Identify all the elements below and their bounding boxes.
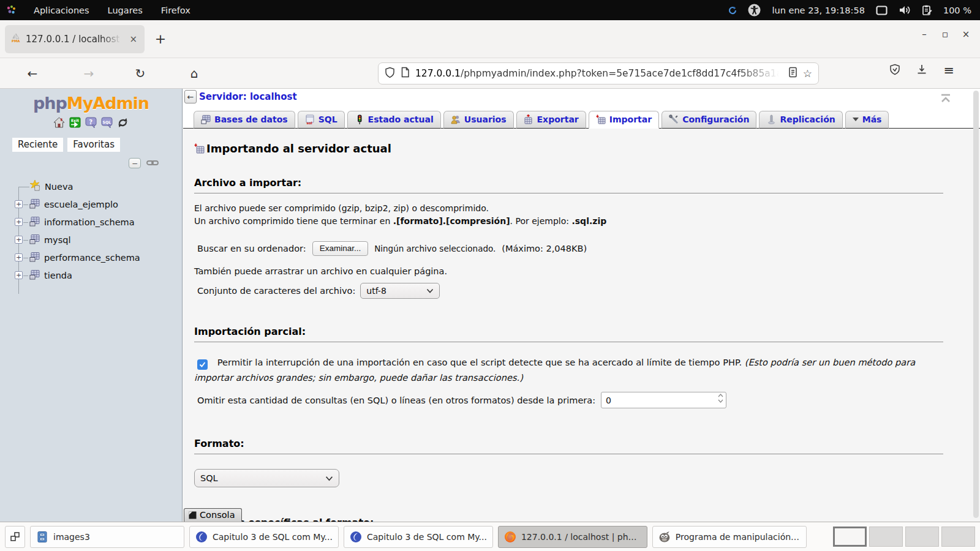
allow-interrupt-checkbox[interactable] — [197, 359, 208, 370]
vertical-scrollbar[interactable] — [973, 91, 979, 518]
tree-item-information-schema[interactable]: + information_schema — [0, 213, 182, 231]
display-icon[interactable] — [876, 6, 888, 15]
sidebar-tab-reciente[interactable]: Reciente — [12, 138, 63, 152]
menu-lugares[interactable]: Lugares — [107, 4, 144, 17]
menu-icon[interactable]: ≡ — [943, 63, 954, 78]
tab-exportar[interactable]: Exportar — [516, 111, 586, 129]
clock[interactable]: lun ene 23, 19:18:58 — [772, 6, 864, 15]
svg-text:Exit: Exit — [71, 118, 79, 122]
browser-nav-bar: ← → ↻ ⌂ 127.0.0.1/phpmyadmin/index.php?t… — [0, 58, 980, 89]
sql-help-icon[interactable]: SQL — [101, 117, 113, 131]
tab-close-icon[interactable]: × — [128, 34, 138, 45]
expand-icon[interactable]: + — [15, 271, 23, 279]
firefox-icon — [504, 531, 516, 543]
tab-replicacion[interactable]: Replicación — [759, 111, 842, 129]
shield-icon[interactable] — [385, 67, 395, 81]
tree-item-label: performance_schema — [44, 253, 140, 263]
new-tab-button[interactable]: + — [152, 31, 169, 47]
workspace-3[interactable] — [905, 527, 939, 547]
gimp-icon — [658, 531, 671, 543]
pma-tab-bar: Bases de datos sql SQL Estado actual Usu… — [194, 111, 889, 129]
collapse-all-button[interactable]: − — [129, 158, 141, 168]
spinner-up-icon[interactable] — [718, 394, 723, 397]
taskbar: images3 Capitulo 3 de SQL com My... Capi… — [0, 522, 980, 551]
scroll-to-top-button[interactable] — [940, 94, 952, 106]
svg-text:PMA: PMA — [12, 39, 20, 43]
tab-usuarios[interactable]: Usuarios — [443, 111, 514, 129]
tree-item-tienda[interactable]: + tienda — [0, 266, 182, 284]
forward-button[interactable]: → — [78, 63, 99, 84]
tab-bases-de-datos[interactable]: Bases de datos — [194, 111, 295, 129]
menu-firefox[interactable]: Firefox — [160, 4, 192, 17]
refresh-icon[interactable] — [117, 118, 129, 130]
window-maximize-button[interactable]: ▫ — [940, 29, 951, 40]
tree-item-label: tienda — [44, 271, 72, 280]
workspace-1[interactable] — [833, 527, 867, 547]
spinner-down-icon[interactable] — [718, 399, 723, 403]
expand-icon[interactable]: + — [15, 236, 23, 244]
taskbar-item-gimp[interactable]: Programa de manipulación ... — [652, 526, 807, 548]
skip-queries-input[interactable] — [601, 392, 726, 408]
page-info-icon[interactable] — [401, 67, 410, 80]
svg-text:?: ? — [89, 118, 92, 125]
back-button[interactable]: ← — [22, 63, 43, 84]
import-icon — [194, 143, 205, 154]
tab-importar[interactable]: Importar — [589, 111, 659, 129]
shield-check-icon[interactable] — [889, 64, 900, 78]
expand-icon[interactable]: + — [15, 253, 23, 261]
window-close-button[interactable]: × — [960, 29, 971, 40]
link-icon[interactable] — [146, 157, 159, 169]
workspace-2[interactable] — [869, 527, 903, 547]
tab-estado-actual[interactable]: Estado actual — [347, 111, 441, 129]
taskbar-item-images3[interactable]: images3 — [30, 526, 184, 548]
tree-item-performance-schema[interactable]: + performance_schema — [0, 249, 182, 266]
expand-icon[interactable]: + — [15, 218, 23, 226]
pma-logo[interactable]: phpMyAdmin — [0, 94, 182, 113]
format-select[interactable]: SQL — [194, 469, 339, 487]
expand-icon[interactable]: + — [15, 200, 23, 208]
taskbar-item-capitulo3-b[interactable]: Capitulo 3 de SQL com My... — [344, 526, 493, 548]
hide-navigation-button[interactable]: ← — [184, 90, 197, 103]
exit-icon[interactable]: Exit — [69, 117, 81, 130]
browse-label: Buscar en su ordenador: — [197, 244, 306, 253]
tree-item-mysql[interactable]: + mysql — [0, 231, 182, 249]
tree-item-nueva[interactable]: Nueva — [0, 178, 182, 195]
tab-title: 127.0.0.1 / localhost — [26, 34, 123, 45]
browse-button[interactable]: Examinar... — [312, 241, 369, 256]
applications-menu-icon — [6, 5, 17, 15]
menu-aplicaciones[interactable]: Aplicaciones — [32, 4, 91, 17]
home-button[interactable]: ⌂ — [184, 63, 205, 84]
pma-header: ← Servidor: localhost Bases de datos sql… — [183, 89, 980, 129]
reload-button[interactable]: ↻ — [130, 63, 151, 84]
downloads-icon[interactable] — [916, 64, 927, 78]
volume-icon[interactable] — [899, 5, 911, 15]
reader-mode-icon[interactable] — [788, 67, 797, 80]
tab-mas[interactable]: Más — [845, 111, 889, 129]
sidebar-tab-favoritas[interactable]: Favoritas — [67, 138, 120, 152]
site-favicon: PMA — [11, 33, 21, 45]
url-bar[interactable]: 127.0.0.1/phpmyadmin/index.php?token=5e7… — [378, 62, 819, 84]
wrench-icon — [669, 114, 679, 124]
database-icon — [29, 234, 40, 246]
weather-swirl-icon[interactable] — [728, 6, 737, 15]
help-icon[interactable]: ? — [85, 117, 97, 131]
home-icon[interactable] — [53, 117, 65, 130]
battery-clipboard-icon[interactable] — [922, 5, 932, 16]
tree-item-escuela-ejemplo[interactable]: + escuela_ejemplo — [0, 195, 182, 213]
taskbar-item-localhost[interactable]: 127.0.0.1 / localhost | php... — [498, 526, 647, 548]
console-button[interactable]: Consola — [184, 508, 242, 522]
window-minimize-button[interactable]: – — [919, 29, 930, 40]
tab-configuracion[interactable]: Configuración — [662, 111, 756, 129]
tab-sql[interactable]: sql SQL — [298, 111, 345, 129]
number-spinner[interactable] — [718, 394, 723, 403]
url-path: /phpmyadmin/index.php?token=5e715ace7de1… — [461, 68, 783, 79]
show-desktop-button[interactable] — [5, 526, 25, 548]
browser-tab[interactable]: PMA 127.0.0.1 / localhost × — [5, 25, 145, 53]
accessibility-icon[interactable] — [748, 4, 761, 17]
bookmark-star-icon[interactable]: ☆ — [803, 67, 812, 80]
check-icon — [199, 362, 206, 367]
charset-select[interactable]: utf-8 — [360, 283, 440, 299]
document-viewer-icon — [350, 531, 362, 543]
workspace-4[interactable] — [941, 527, 975, 547]
taskbar-item-capitulo3-a[interactable]: Capitulo 3 de SQL com My... — [189, 526, 339, 548]
